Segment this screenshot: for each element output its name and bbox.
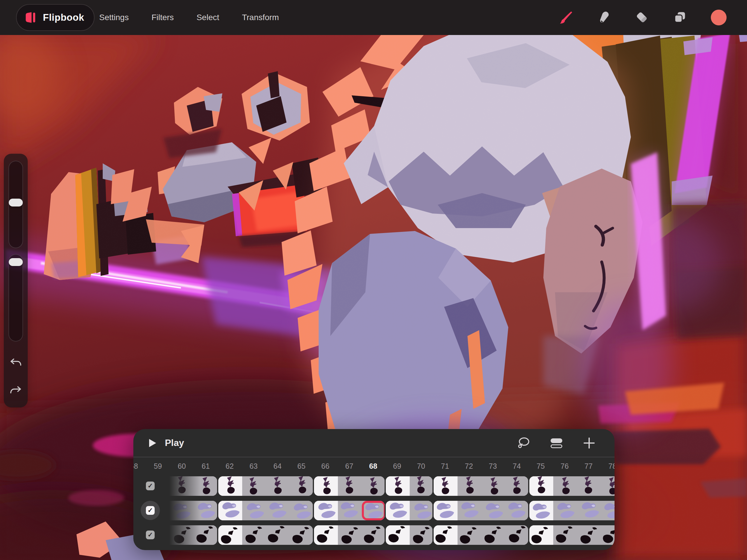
- frame-cell-60[interactable]: [171, 525, 194, 545]
- redo-button[interactable]: [9, 384, 22, 397]
- frame-cell-74[interactable]: [506, 525, 528, 545]
- sketch-layer-row-frame-strip[interactable]: [162, 476, 615, 496]
- smudge-tool[interactable]: [597, 10, 611, 25]
- frame-label-74[interactable]: 74: [505, 457, 529, 475]
- frame-cell-65[interactable]: [290, 525, 313, 545]
- ink-layer-row-visibility-checkbox[interactable]: ✓: [146, 531, 155, 539]
- brush-size-handle[interactable]: [9, 198, 23, 207]
- frame-cell-75[interactable]: [529, 501, 553, 520]
- frame-cell-66[interactable]: [314, 476, 338, 496]
- menu-item-select[interactable]: Select: [197, 13, 219, 22]
- frame-cell-67[interactable]: [338, 476, 362, 496]
- frame-cell-76[interactable]: [553, 501, 577, 520]
- frame-label-60[interactable]: 60: [170, 457, 194, 475]
- frame-label-75[interactable]: 75: [529, 457, 553, 475]
- frame-cell-76[interactable]: [553, 476, 577, 496]
- frame-cell-77[interactable]: [577, 476, 601, 496]
- color-layer-row-active-highlight[interactable]: ✓: [140, 501, 160, 520]
- frame-cell-69[interactable]: [386, 476, 410, 496]
- play-button[interactable]: Play: [147, 429, 184, 457]
- frame-label-78[interactable]: 78: [600, 457, 615, 475]
- layers-tool[interactable]: [673, 10, 687, 25]
- frame-cell-60[interactable]: [171, 476, 194, 496]
- frame-cell-71[interactable]: [434, 501, 458, 520]
- frame-cell-73[interactable]: [482, 525, 506, 545]
- active-color-swatch[interactable]: [711, 10, 727, 25]
- frame-cell-73[interactable]: [482, 476, 506, 496]
- sketch-layer-row-visibility-checkbox[interactable]: ✓: [146, 482, 155, 490]
- frame-label-61[interactable]: 61: [194, 457, 218, 475]
- frame-label-72[interactable]: 72: [457, 457, 481, 475]
- frame-label-73[interactable]: 73: [481, 457, 505, 475]
- frame-cell-78[interactable]: [601, 476, 615, 496]
- frame-cell-71[interactable]: [434, 476, 458, 496]
- frame-cell-68[interactable]: [362, 525, 385, 545]
- frame-cell-73[interactable]: [482, 501, 506, 520]
- frame-cell-65[interactable]: [290, 501, 313, 520]
- frame-cell-74[interactable]: [506, 476, 528, 496]
- frame-cell-72[interactable]: [458, 476, 482, 496]
- frame-label-59[interactable]: 59: [146, 457, 170, 475]
- brush-opacity-handle[interactable]: [9, 258, 23, 266]
- frame-cell-77[interactable]: [577, 525, 601, 545]
- frame-label-71[interactable]: 71: [433, 457, 457, 475]
- frame-label-63[interactable]: 63: [241, 457, 265, 475]
- frame-cell-61[interactable]: [194, 501, 217, 520]
- frame-cell-66[interactable]: [314, 501, 338, 520]
- frame-cell-70[interactable]: [410, 501, 433, 520]
- color-layer-row-frame-strip[interactable]: [162, 501, 615, 520]
- menu-item-settings[interactable]: Settings: [99, 13, 129, 22]
- frame-cell-74[interactable]: [506, 501, 528, 520]
- frame-label-76[interactable]: 76: [553, 457, 576, 475]
- frame-label-70[interactable]: 70: [409, 457, 433, 475]
- frame-cell-64[interactable]: [266, 525, 290, 545]
- frame-cell-61[interactable]: [194, 476, 217, 496]
- menu-item-filters[interactable]: Filters: [151, 13, 174, 22]
- tracks-button[interactable]: [550, 437, 563, 449]
- frame-cell-63[interactable]: [242, 501, 266, 520]
- frame-cell-62[interactable]: [218, 476, 242, 496]
- frame-label-68[interactable]: 68: [361, 457, 385, 475]
- frame-cell-60[interactable]: [171, 501, 194, 520]
- frame-cell-71[interactable]: [434, 525, 458, 545]
- frame-label-64[interactable]: 64: [265, 457, 289, 475]
- brush-size-slider[interactable]: [8, 161, 23, 248]
- frame-label-69[interactable]: 69: [385, 457, 409, 475]
- menu-item-transform[interactable]: Transform: [242, 13, 279, 22]
- frame-cell-59[interactable]: [162, 525, 171, 545]
- paint-brush-tool[interactable]: [559, 10, 573, 25]
- flipbook-menu-button[interactable]: Flipbook: [16, 4, 95, 31]
- frame-cell-75[interactable]: [529, 476, 553, 496]
- frame-cell-63[interactable]: [242, 525, 266, 545]
- eraser-tool[interactable]: [635, 10, 649, 25]
- frame-cell-62[interactable]: [218, 525, 242, 545]
- undo-button[interactable]: [9, 356, 22, 369]
- frame-ruler[interactable]: 5859606162636465666768697071727374757677…: [133, 457, 615, 475]
- add-frame-button[interactable]: [583, 437, 596, 449]
- frame-cell-61[interactable]: [194, 525, 217, 545]
- frame-cell-77[interactable]: [577, 501, 601, 520]
- lasso-select-button[interactable]: [517, 437, 531, 449]
- frame-cell-78[interactable]: [601, 501, 615, 520]
- frame-label-65[interactable]: 65: [289, 457, 313, 475]
- frame-label-58[interactable]: 58: [133, 457, 146, 475]
- frame-cell-70[interactable]: [410, 476, 433, 496]
- frame-cell-72[interactable]: [458, 525, 482, 545]
- frame-cell-68[interactable]: [362, 476, 385, 496]
- frame-cell-62[interactable]: [218, 501, 242, 520]
- frame-cell-65[interactable]: [290, 476, 313, 496]
- frame-cell-78[interactable]: [601, 525, 615, 545]
- frame-cell-69[interactable]: [386, 501, 410, 520]
- frame-label-77[interactable]: 77: [576, 457, 600, 475]
- frame-cell-67[interactable]: [338, 501, 362, 520]
- frame-label-67[interactable]: 67: [337, 457, 361, 475]
- color-layer-row-visibility-checkbox[interactable]: ✓: [146, 506, 155, 515]
- frame-cell-69[interactable]: [386, 525, 410, 545]
- ink-layer-row-frame-strip[interactable]: [162, 525, 615, 545]
- frame-cell-75[interactable]: [529, 525, 553, 545]
- frame-label-66[interactable]: 66: [313, 457, 337, 475]
- frame-cell-66[interactable]: [314, 525, 338, 545]
- frame-cell-59[interactable]: [162, 476, 171, 496]
- frame-cell-70[interactable]: [410, 525, 433, 545]
- frame-cell-72[interactable]: [458, 501, 482, 520]
